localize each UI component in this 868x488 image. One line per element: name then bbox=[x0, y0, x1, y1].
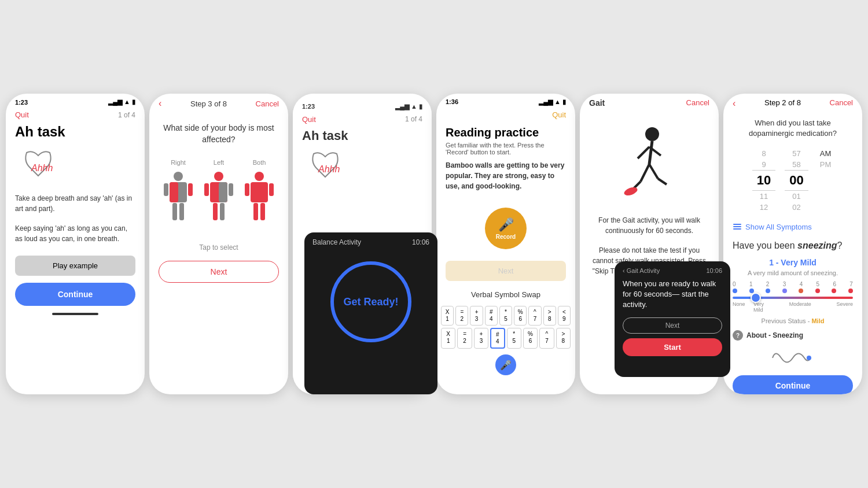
play-example-button[interactable]: Play example bbox=[15, 256, 135, 276]
ah-icon: Ahhh bbox=[15, 147, 61, 182]
min-02: 02 bbox=[785, 202, 808, 213]
sym2-pct6[interactable]: %6 bbox=[523, 328, 538, 349]
record-area: 🎤 Record bbox=[436, 198, 575, 258]
hour-picker[interactable]: 8 9 10 11 12 bbox=[752, 148, 775, 213]
svg-line-26 bbox=[641, 164, 649, 182]
mic-icon: 🎤 bbox=[498, 217, 514, 232]
dot-0 bbox=[733, 289, 737, 293]
icons-s4: ▂▄▆ ▲ ▮ bbox=[539, 98, 566, 106]
sym2-caret7[interactable]: ^7 bbox=[539, 328, 554, 349]
cancel-s6[interactable]: Cancel bbox=[830, 98, 853, 109]
mic-bottom-button[interactable]: 🎤 bbox=[495, 354, 516, 375]
sym-lt9[interactable]: <9 bbox=[558, 306, 571, 326]
gait-title: Gait bbox=[589, 98, 605, 108]
symbol-grid-top: X1 =2 +3 #4 *5 %6 ^7 >8 <9 bbox=[436, 304, 575, 328]
svg-point-15 bbox=[255, 172, 264, 181]
sym-pct6[interactable]: %6 bbox=[514, 306, 527, 326]
scale-numbers: 01234567 bbox=[733, 281, 853, 287]
sym-x1[interactable]: X1 bbox=[441, 306, 454, 326]
description-1: Take a deep breath and say 'ah' (as in a… bbox=[6, 188, 145, 219]
screen-ah-task: 1:23 ▂▄▆ ▲ ▮ Quit 1 of 4 Ah task Ahhh Ta… bbox=[6, 94, 145, 394]
svg-point-8 bbox=[214, 172, 223, 181]
sym-plus3[interactable]: +3 bbox=[470, 306, 483, 326]
question-icon: ? bbox=[733, 330, 743, 341]
svg-rect-33 bbox=[733, 228, 741, 230]
svg-rect-12 bbox=[220, 203, 225, 220]
medication-question: When did you last take dopaminergic medi… bbox=[723, 113, 862, 143]
cancel-s5[interactable]: Cancel bbox=[686, 98, 709, 108]
svg-rect-19 bbox=[245, 183, 249, 196]
svg-line-28 bbox=[649, 164, 658, 179]
sym-eq2[interactable]: =2 bbox=[455, 306, 468, 326]
mic-bottom-area: 🎤 bbox=[436, 351, 575, 379]
body-side-question: What side of your body is most affected? bbox=[149, 113, 288, 150]
both-option[interactable]: Both bbox=[245, 159, 274, 230]
ampm-picker[interactable]: AM PM bbox=[818, 148, 834, 213]
sneezing-word: sneezing bbox=[797, 241, 837, 250]
next-button[interactable]: Next bbox=[159, 261, 279, 283]
svg-line-24 bbox=[638, 147, 649, 158]
svg-rect-6 bbox=[164, 183, 168, 196]
sym-gt8[interactable]: >8 bbox=[543, 306, 556, 326]
symbol-row-bottom: X1 =2 +3 #4 *5 %6 ^7 >8 bbox=[436, 328, 575, 351]
sym2-gt8[interactable]: >8 bbox=[556, 328, 571, 349]
time-s3: 1:23 bbox=[302, 103, 315, 110]
back-s6[interactable]: ‹ bbox=[733, 98, 735, 109]
right-option[interactable]: Right bbox=[164, 159, 193, 230]
gait-next-button[interactable]: Next bbox=[623, 317, 722, 334]
step-label-s6: Step 2 of 8 bbox=[764, 98, 801, 109]
scale-slider[interactable] bbox=[733, 297, 853, 299]
screen-reading-wrap: 1:36 ▂▄▆ ▲ ▮ Quit Reading practice Get f… bbox=[436, 94, 575, 394]
hour-8: 8 bbox=[752, 148, 775, 159]
sym-caret7[interactable]: ^7 bbox=[528, 306, 541, 326]
status-bar: 1:23 ▂▄▆ ▲ ▮ bbox=[6, 94, 145, 108]
quit-button[interactable]: Quit bbox=[15, 110, 29, 119]
severity-scale: 01234567 NoneVeryMildModerateSevere bbox=[723, 279, 862, 315]
minute-picker[interactable]: 57 58 00 01 02 bbox=[785, 148, 808, 213]
sym2-star5[interactable]: *5 bbox=[507, 328, 521, 349]
signal-icons: ▂▄▆ ▲ ▮ bbox=[108, 98, 135, 106]
svg-rect-18 bbox=[260, 203, 265, 220]
svg-rect-11 bbox=[213, 203, 218, 220]
cancel-button[interactable]: Cancel bbox=[256, 99, 279, 108]
sym2-x1[interactable]: X1 bbox=[441, 328, 455, 349]
gait-overlay-text: When you are ready to walk for 60 second… bbox=[623, 279, 722, 310]
squiggle-icon bbox=[770, 346, 816, 369]
continue-button-s6[interactable]: Continue bbox=[733, 375, 853, 394]
left-option[interactable]: Left bbox=[204, 159, 233, 230]
sym2-eq2[interactable]: =2 bbox=[457, 328, 472, 349]
sym-hash4[interactable]: #4 bbox=[485, 306, 498, 326]
quit-s4[interactable]: Quit bbox=[552, 110, 566, 119]
sym2-plus3[interactable]: +3 bbox=[474, 328, 488, 349]
gait-figure-area bbox=[580, 112, 719, 210]
dot-6 bbox=[832, 289, 836, 293]
back-button[interactable]: ‹ bbox=[159, 98, 161, 109]
gait-overlay-title: ‹ Gait Activity bbox=[623, 267, 660, 274]
description-2: Keep saying 'ah' as long as you can, as … bbox=[6, 219, 145, 249]
continue-button[interactable]: Continue bbox=[15, 283, 135, 306]
step-label: Step 3 of 8 bbox=[190, 99, 227, 108]
balance-circle: Get Ready! bbox=[330, 261, 411, 342]
status-bar-s4: 1:36 ▂▄▆ ▲ ▮ bbox=[436, 94, 575, 108]
svg-point-34 bbox=[807, 356, 811, 360]
svg-rect-5 bbox=[179, 203, 184, 220]
quit-s3[interactable]: Quit bbox=[302, 115, 316, 124]
next-button-s4[interactable]: Next bbox=[446, 261, 566, 281]
previous-status-val: Mild bbox=[811, 317, 824, 324]
app-screenshots: 1:23 ▂▄▆ ▲ ▮ Quit 1 of 4 Ah task Ahhh Ta… bbox=[0, 82, 868, 406]
show-symptoms-button[interactable]: Show All Symptoms bbox=[723, 217, 862, 236]
start-button[interactable]: Start bbox=[623, 338, 722, 356]
about-sneezing-button[interactable]: ? About - Sneezing bbox=[723, 327, 862, 344]
top-bar-s5: Gait Cancel bbox=[580, 94, 719, 112]
time-s4: 1:36 bbox=[446, 98, 458, 106]
gait-overlay-time: 10:06 bbox=[706, 267, 722, 274]
sym-star5[interactable]: *5 bbox=[499, 306, 512, 326]
left-label: Left bbox=[204, 159, 233, 166]
record-button[interactable]: 🎤 Record bbox=[485, 208, 527, 249]
gait-desc1: For the Gait activity, you will walk con… bbox=[580, 210, 719, 241]
sym2-hash4[interactable]: #4 bbox=[490, 328, 505, 349]
svg-rect-17 bbox=[253, 203, 258, 220]
gait-figure-svg bbox=[620, 124, 678, 205]
time-display: 1:23 bbox=[15, 99, 28, 106]
list-icon bbox=[733, 222, 742, 231]
